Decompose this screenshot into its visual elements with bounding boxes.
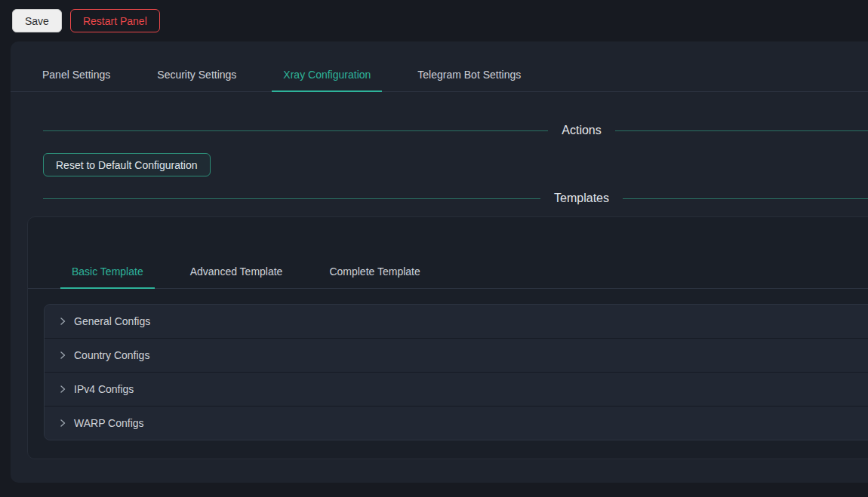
- collapse-header-label: General Configs: [74, 315, 150, 327]
- restart-panel-button[interactable]: Restart Panel: [70, 9, 160, 32]
- main-tabs: Panel Settings Security Settings Xray Co…: [31, 60, 868, 91]
- main-tabbar: Panel Settings Security Settings Xray Co…: [11, 41, 868, 92]
- collapse-header-label: IPv4 Configs: [74, 383, 134, 395]
- tab-basic-template[interactable]: Basic Template: [60, 256, 155, 288]
- templates-section-title: Templates: [540, 192, 623, 205]
- chevron-right-icon: [58, 385, 67, 394]
- topbar: Save Restart Panel: [0, 0, 868, 41]
- templates-panel: Basic Template Advanced Template Complet…: [27, 216, 868, 459]
- collapse-header-label: Country Configs: [74, 349, 149, 361]
- save-button[interactable]: Save: [12, 9, 62, 32]
- collapse-header-country-configs[interactable]: Country Configs: [45, 339, 868, 373]
- settings-card: Panel Settings Security Settings Xray Co…: [11, 41, 868, 483]
- collapse-header-warp-configs[interactable]: WARP Configs: [45, 406, 868, 440]
- tab-complete-template[interactable]: Complete Template: [318, 256, 431, 288]
- divider-line: [43, 198, 540, 199]
- template-collapse: General Configs Country Configs IPv4 Con…: [44, 304, 868, 440]
- reset-default-config-button[interactable]: Reset to Default Configuration: [43, 153, 211, 176]
- chevron-right-icon: [58, 317, 67, 326]
- divider-line: [43, 130, 548, 131]
- template-tabs: Basic Template Advanced Template Complet…: [60, 256, 868, 288]
- templates-divider: Templates: [43, 192, 868, 205]
- tab-telegram-bot-settings[interactable]: Telegram Bot Settings: [406, 60, 532, 91]
- collapse-header-general-configs[interactable]: General Configs: [45, 305, 868, 339]
- collapse-header-ipv4-configs[interactable]: IPv4 Configs: [45, 373, 868, 406]
- collapse-header-label: WARP Configs: [74, 417, 144, 429]
- tab-advanced-template[interactable]: Advanced Template: [179, 256, 294, 288]
- actions-section-title: Actions: [548, 124, 614, 137]
- actions-divider: Actions: [43, 124, 868, 137]
- divider-line: [615, 130, 868, 131]
- template-tabbar: Basic Template Advanced Template Complet…: [28, 256, 868, 289]
- tab-panel-settings[interactable]: Panel Settings: [31, 60, 122, 91]
- tab-security-settings[interactable]: Security Settings: [146, 60, 248, 91]
- tab-xray-configuration[interactable]: Xray Configuration: [272, 60, 382, 91]
- chevron-right-icon: [58, 419, 67, 428]
- divider-line: [623, 198, 868, 199]
- chevron-right-icon: [58, 351, 67, 360]
